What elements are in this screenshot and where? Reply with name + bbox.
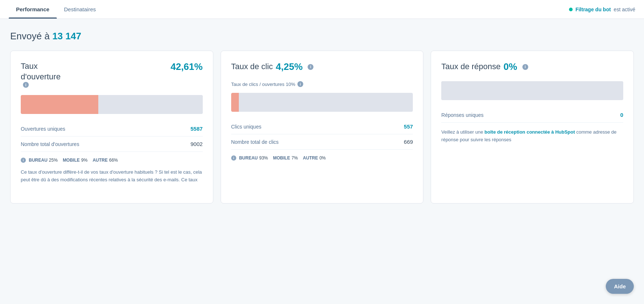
click-rate-stat1-label: Clics uniques xyxy=(231,124,261,130)
bot-active-dot xyxy=(569,8,573,11)
open-rate-note: Ce taux d'ouverture diffère-t-il de vos … xyxy=(21,169,203,184)
click-rate-mobile-pct: 7% xyxy=(292,155,298,161)
bot-filter-status: Filtrage du bot est activé xyxy=(569,7,635,12)
reply-rate-card: Taux de réponse 0% i Réponses uniques 0 … xyxy=(431,51,634,204)
open-rate-title: Tauxd'ouverture xyxy=(21,61,60,82)
click-rate-autre-pct: 0% xyxy=(319,155,325,161)
click-rate-subtitle: Taux de clics / ouvertures 10% i xyxy=(231,81,413,87)
page-content: Envoyé à 13 147 Tauxd'ouverture i 42,61%… xyxy=(0,19,644,215)
bot-filter-link[interactable]: Filtrage du bot xyxy=(576,7,611,12)
hubspot-inbox-link[interactable]: boîte de réception connectée à HubSpot xyxy=(485,129,575,135)
click-rate-header: Taux de clic 4,25% i xyxy=(231,61,413,72)
reply-rate-title-block: Taux de réponse 0% i xyxy=(441,61,528,72)
open-rate-card: Tauxd'ouverture i 42,61% Ouvertures uniq… xyxy=(10,51,213,204)
click-rate-title: Taux de clic xyxy=(231,62,273,72)
click-rate-device-row: i BUREAU 93% MOBILE 7% AUTRE 0% xyxy=(231,155,413,161)
reply-rate-header: Taux de réponse 0% i xyxy=(441,61,623,72)
click-rate-title-block: Taux de clic 4,25% i xyxy=(231,61,314,72)
reply-rate-title: Taux de réponse xyxy=(441,62,501,72)
open-rate-title-block: Tauxd'ouverture i xyxy=(21,61,60,88)
click-rate-progress-bar xyxy=(231,93,413,112)
open-rate-progress-fill xyxy=(21,95,98,114)
click-rate-info-icon[interactable]: i xyxy=(308,64,313,70)
click-rate-stat2-value: 669 xyxy=(404,139,413,145)
reply-rate-info-icon[interactable]: i xyxy=(522,64,528,70)
open-rate-device-row: i BUREAU 25% MOBILE 9% AUTRE 66% xyxy=(21,158,203,163)
click-rate-device-info-icon[interactable]: i xyxy=(231,155,236,161)
click-rate-progress-fill xyxy=(231,93,239,112)
reply-rate-progress-bar xyxy=(441,81,623,100)
open-rate-stat1-label: Ouvertures uniques xyxy=(21,126,65,132)
open-rate-autre-pct: 66% xyxy=(109,158,118,163)
tab-performance[interactable]: Performance xyxy=(9,0,57,19)
click-rate-stat2: Nombre total de clics 669 xyxy=(231,134,413,150)
click-rate-bureau-pct: 93% xyxy=(259,155,268,161)
open-rate-stat1-value: 5587 xyxy=(190,126,202,132)
tabs: Performance Destinataires xyxy=(9,0,103,19)
tab-bar: Performance Destinataires Filtrage du bo… xyxy=(0,0,644,19)
open-rate-stat2-value: 9002 xyxy=(190,141,202,147)
open-rate-stat2: Nombre total d'ouvertures 9002 xyxy=(21,137,203,152)
open-rate-stat1: Ouvertures uniques 5587 xyxy=(21,121,203,137)
reply-rate-note: Veillez à utiliser une boîte de réceptio… xyxy=(441,129,623,144)
tab-destinataires[interactable]: Destinataires xyxy=(57,0,103,19)
open-rate-info-icon[interactable]: i xyxy=(23,82,29,88)
reply-rate-stat1: Réponses uniques 0 xyxy=(441,107,623,123)
click-rate-card: Taux de clic 4,25% i Taux de clics / ouv… xyxy=(221,51,424,204)
open-rate-stat2-label: Nombre total d'ouvertures xyxy=(21,141,79,147)
open-rate-device-info-icon[interactable]: i xyxy=(21,158,26,163)
click-rate-subtitle-info-icon[interactable]: i xyxy=(297,81,303,87)
open-rate-value: 42,61% xyxy=(170,61,202,72)
open-rate-header: Tauxd'ouverture i 42,61% xyxy=(21,61,203,88)
cards-grid: Tauxd'ouverture i 42,61% Ouvertures uniq… xyxy=(10,51,634,204)
sent-count: 13 147 xyxy=(52,31,82,42)
click-rate-stat2-label: Nombre total de clics xyxy=(231,139,279,145)
reply-rate-value: 0% xyxy=(503,61,517,72)
open-rate-bureau-pct: 25% xyxy=(49,158,58,163)
open-rate-progress-bar xyxy=(21,95,203,114)
click-rate-stat1-value: 557 xyxy=(404,123,413,130)
click-rate-value: 4,25% xyxy=(276,61,303,72)
reply-rate-stat1-label: Réponses uniques xyxy=(441,112,483,118)
click-rate-stat1: Clics uniques 557 xyxy=(231,119,413,134)
reply-rate-stat1-value: 0 xyxy=(620,112,623,118)
bot-filter-status-text: est activé xyxy=(614,7,635,12)
open-rate-mobile-pct: 9% xyxy=(81,158,87,163)
sent-headline: Envoyé à 13 147 xyxy=(10,31,634,42)
